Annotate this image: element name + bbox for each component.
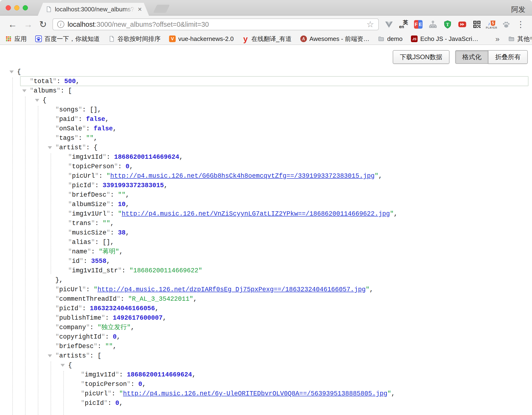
json-line: "picId": 3391993372383015, — [0, 181, 532, 190]
video-downloader-icon[interactable] — [458, 20, 467, 29]
address-bar[interactable]: i localhost:3000/new_albums?offset=0&lim… — [52, 19, 379, 30]
json-number: false — [94, 125, 113, 132]
collapse-toggle-icon[interactable] — [22, 89, 27, 92]
html5-player-icon[interactable]: ♪5PLAYER — [487, 20, 496, 29]
json-line: "musicSize": 38, — [0, 228, 532, 238]
json-line: { — [0, 67, 532, 77]
bookmark-item[interactable]: y在线翻译_有道 — [242, 35, 292, 43]
json-line: }, — [0, 275, 532, 285]
json-line: "paid": false, — [0, 115, 532, 124]
json-string: "蒋明" — [99, 248, 119, 255]
baidu-paw-icon — [35, 36, 42, 42]
json-number: 0 — [115, 400, 119, 407]
json-key: id — [72, 258, 79, 265]
json-line: "picUrl": "http://p4.music.126.net/dzpIA… — [0, 285, 532, 294]
qr-code-icon[interactable] — [472, 20, 481, 29]
download-json-button[interactable]: 下载JSON数据 — [393, 50, 449, 64]
json-url-link[interactable]: http://p4.music.126.net/6y-UleORITEDbvrO… — [123, 390, 387, 397]
bookmark-label: 在线翻译_有道 — [251, 35, 292, 43]
bookmark-item[interactable]: AAwesomes - 前端资… — [300, 35, 370, 43]
json-line: "name": "蒋明", — [0, 247, 532, 256]
collapse-toggle-icon[interactable] — [10, 70, 14, 73]
json-string: "独立发行" — [97, 324, 131, 331]
close-window-button[interactable] — [6, 5, 11, 10]
bookmark-star-icon[interactable]: ☆ — [367, 19, 374, 29]
collapse-toggle-icon[interactable] — [48, 354, 52, 357]
json-line: "topicPerson": 0, — [0, 162, 532, 171]
json-key: alias — [72, 239, 91, 246]
minimize-window-button[interactable] — [14, 5, 19, 10]
maximize-window-button[interactable] — [23, 5, 28, 10]
json-key: topicPerson — [85, 381, 127, 388]
collapse-all-button[interactable]: 折叠所有 — [488, 50, 528, 64]
json-url-link[interactable]: http://p4.music.126.net/G6Gb8hsCk4h8oemc… — [110, 173, 375, 180]
collapse-toggle-icon[interactable] — [35, 99, 39, 102]
back-icon[interactable]: ← — [5, 20, 20, 29]
json-line: { — [0, 361, 532, 370]
translate-icon[interactable]: 英en — [399, 20, 408, 29]
json-key: briefDesc — [59, 343, 94, 350]
json-key: onSale — [59, 125, 82, 132]
bookmarks-list: 应用百度一下，你就知道谷歌按时间排序Vvue-hackernews-2.0y在线… — [5, 35, 478, 43]
tampermonkey-icon[interactable]: T — [443, 20, 452, 29]
json-line: "artist": { — [0, 143, 532, 152]
reload-icon[interactable]: ↻ — [36, 20, 50, 29]
json-tree: {"total": 500,"albums": [{"songs": [],"p… — [0, 67, 532, 415]
bookmark-item[interactable]: 百度一下，你就知道 — [35, 35, 100, 43]
profile-name[interactable]: 阿发 — [511, 5, 525, 14]
sitemap-icon[interactable] — [428, 20, 437, 29]
json-number: 38 — [118, 229, 125, 236]
json-line: "picUrl": "http://p4.music.126.net/G6Gb8… — [0, 171, 532, 181]
json-line: "img1v1Url": "http://p4.music.126.net/Vn… — [0, 209, 532, 219]
collapse-toggle-icon[interactable] — [60, 364, 65, 367]
json-string: "" — [86, 135, 94, 142]
echojs-icon: JS — [411, 36, 418, 42]
tab-close-icon[interactable]: × — [138, 6, 142, 13]
json-number: 0 — [113, 333, 117, 340]
browser-menu-icon[interactable]: ⋮ — [513, 19, 527, 29]
bookmark-item[interactable]: 谷歌按时间排序 — [108, 35, 161, 43]
json-number: 10 — [118, 201, 125, 208]
bookmarks-overflow-icon[interactable]: » — [495, 35, 500, 43]
json-line: "img1v1Id_str": "18686200114669622" — [0, 266, 532, 275]
folder-icon — [508, 36, 515, 42]
titlebar: localhost:3000/new_albums?o × 阿发 — [0, 0, 532, 16]
format-button[interactable]: 格式化 — [455, 50, 488, 64]
json-number: 3391993372383015 — [103, 182, 164, 189]
forward-icon[interactable]: → — [20, 20, 36, 29]
bookmark-item[interactable]: 应用 — [5, 35, 27, 43]
json-line: "id": 3558, — [0, 256, 532, 266]
vue-devtools-icon[interactable] — [384, 20, 393, 29]
json-line: "commentThreadId": "R_AL_3_35422011", — [0, 294, 532, 304]
svg-text:T: T — [446, 22, 449, 27]
json-number: 18686200114669624 — [127, 371, 192, 378]
json-key: picUrl — [59, 286, 82, 293]
bookmark-item[interactable]: Vvue-hackernews-2.0 — [169, 35, 234, 43]
bookmark-item[interactable]: demo — [378, 35, 402, 43]
json-key: artists — [59, 352, 86, 359]
json-key: copyrightId — [59, 333, 101, 340]
browser-tab[interactable]: localhost:3000/new_albums?o × — [38, 3, 149, 16]
collapse-toggle-icon[interactable] — [48, 146, 52, 149]
bookmark-item[interactable]: JSEcho JS - JavaScri… — [411, 35, 478, 43]
apps-grid-icon — [5, 36, 12, 42]
json-number: 0 — [138, 381, 142, 388]
other-bookmarks-button[interactable]: 其他书签 — [508, 35, 532, 43]
json-number: 18686200114669624 — [114, 154, 179, 161]
paw-icon[interactable] — [502, 20, 511, 29]
json-line: "songs": [], — [0, 105, 532, 115]
page-info-icon[interactable]: i — [57, 21, 64, 28]
json-number: 1492617600007 — [113, 314, 163, 321]
json-key: albumSize — [72, 201, 106, 208]
json-string: "" — [103, 220, 110, 227]
json-url-link[interactable]: http://p4.music.126.net/VnZiScyynLG7atLI… — [122, 210, 390, 217]
awesomes-icon: A — [300, 36, 307, 42]
json-line: "alias": [], — [0, 238, 532, 247]
json-number: 3558 — [91, 258, 106, 265]
json-url-link[interactable]: http://p4.music.126.net/dzpIARf0sEg_Dj75… — [97, 286, 366, 293]
new-tab-button[interactable] — [153, 5, 170, 13]
json-line: "picId": 0, — [0, 398, 532, 408]
json-key: songs — [59, 106, 78, 113]
fe-helper-icon[interactable]: FE — [414, 20, 423, 29]
browser-window: localhost:3000/new_albums?o × 阿发 ← → ↻ i… — [0, 0, 532, 415]
